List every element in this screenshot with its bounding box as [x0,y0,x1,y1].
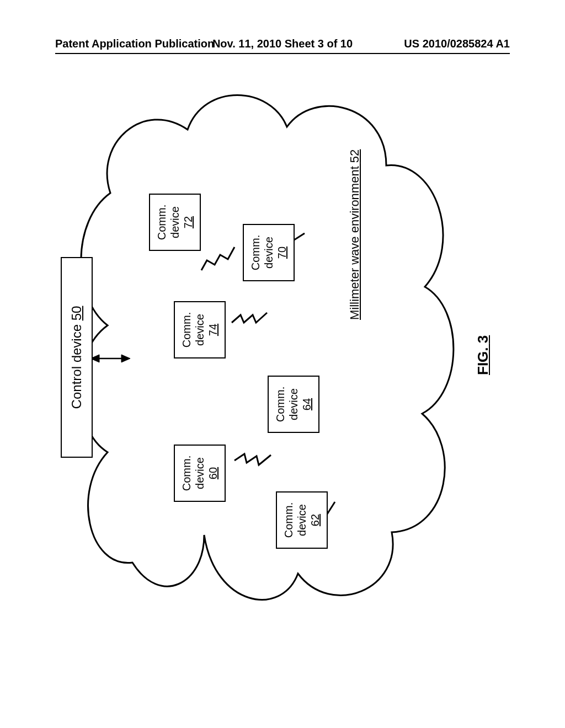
header-center: Nov. 11, 2010 Sheet 3 of 10 [212,38,353,50]
control-device-label: Control device 50 [69,306,84,409]
svg-marker-2 [121,355,130,362]
comm-device-70: Comm. device 70 [243,224,295,281]
comm-device-60: Comm. device 60 [174,445,226,502]
header-right: US 2010/0285824 A1 [404,38,510,50]
environment-label: Millimeter wave environment 52 [348,149,362,320]
diagram: Control device 50 Comm. device 60 Comm. … [55,88,508,629]
header-rule [55,53,510,54]
comm-device-64: Comm. device 64 [268,376,319,433]
page-header: Patent Application Publication Nov. 11, … [55,38,510,50]
comm-device-72: Comm. device 72 [149,194,201,251]
control-device-box: Control device 50 [61,257,93,458]
comm-device-62: Comm. device 62 [276,491,328,549]
figure-label: FIG. 3 [475,335,492,375]
header-left: Patent Application Publication [55,38,214,50]
comm-device-74: Comm. device 74 [174,301,226,358]
